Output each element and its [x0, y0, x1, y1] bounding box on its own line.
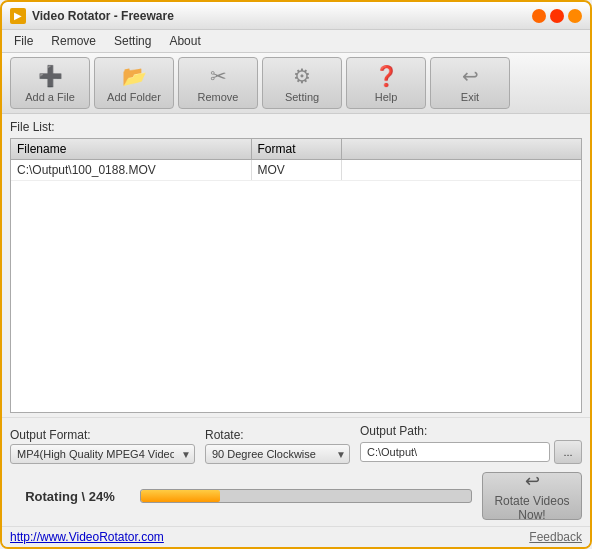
- file-table: Filename Format C:\Output\100_0188.MOV M…: [10, 138, 582, 413]
- rotate-group: Rotate: 90 Degree Clockwise 90 Degree Co…: [205, 428, 350, 464]
- add-folder-button[interactable]: 📂 Add Folder: [94, 57, 174, 109]
- browse-button[interactable]: ...: [554, 440, 582, 464]
- rotate-btn-label: Rotate Videos Now!: [483, 494, 581, 522]
- help-button[interactable]: ❓ Help: [346, 57, 426, 109]
- progress-bar-fill: [141, 490, 220, 502]
- feedback-link[interactable]: Feedback: [529, 530, 582, 544]
- setting-icon: ⚙: [293, 64, 311, 88]
- output-path-row: ...: [360, 440, 582, 464]
- add-file-label: Add a File: [25, 91, 75, 103]
- output-format-label: Output Format:: [10, 428, 195, 442]
- help-label: Help: [375, 91, 398, 103]
- cell-format: MOV: [252, 160, 342, 180]
- title-bar-buttons: [532, 9, 582, 23]
- add-folder-icon: 📂: [122, 64, 147, 88]
- remove-button[interactable]: ✂ Remove: [178, 57, 258, 109]
- minimize-button[interactable]: [532, 9, 546, 23]
- output-path-label: Output Path:: [360, 424, 582, 438]
- rotate-videos-button[interactable]: ↩ Rotate Videos Now!: [482, 472, 582, 520]
- close-button[interactable]: [568, 9, 582, 23]
- window-title: Video Rotator - Freeware: [32, 9, 174, 23]
- help-icon: ❓: [374, 64, 399, 88]
- header-extra: [342, 139, 582, 159]
- header-filename: Filename: [11, 139, 252, 159]
- setting-label: Setting: [285, 91, 319, 103]
- file-list-section: File List: Filename Format C:\Output\100…: [2, 114, 590, 417]
- exit-icon: ↩: [462, 64, 479, 88]
- output-path-group: Output Path: ...: [360, 424, 582, 464]
- file-list-label: File List:: [10, 120, 582, 134]
- maximize-button[interactable]: [550, 9, 564, 23]
- app-icon: ▶: [10, 8, 26, 24]
- menu-bar: File Remove Setting About: [2, 30, 590, 53]
- rotate-select[interactable]: 90 Degree Clockwise 90 Degree Counter Cl…: [205, 444, 350, 464]
- status-text: Rotating \ 24%: [10, 489, 130, 504]
- controls-row: Output Format: MP4(High Quality MPEG4 Vi…: [10, 424, 582, 464]
- file-table-body: C:\Output\100_0188.MOV MOV: [11, 160, 581, 407]
- cell-filename: C:\Output\100_0188.MOV: [11, 160, 252, 180]
- title-bar: ▶ Video Rotator - Freeware: [2, 2, 590, 30]
- rotate-label: Rotate:: [205, 428, 350, 442]
- add-file-button[interactable]: ➕ Add a File: [10, 57, 90, 109]
- progress-bar: [140, 489, 472, 503]
- menu-file[interactable]: File: [6, 32, 41, 50]
- file-table-header: Filename Format: [11, 139, 581, 160]
- remove-label: Remove: [198, 91, 239, 103]
- website-link[interactable]: http://www.VideoRotator.com: [10, 530, 164, 544]
- exit-label: Exit: [461, 91, 479, 103]
- output-path-input[interactable]: [360, 442, 550, 462]
- footer-bar: http://www.VideoRotator.com Feedback: [2, 526, 590, 547]
- add-file-icon: ➕: [38, 64, 63, 88]
- cell-extra: [342, 160, 582, 180]
- menu-remove[interactable]: Remove: [43, 32, 104, 50]
- output-format-group: Output Format: MP4(High Quality MPEG4 Vi…: [10, 428, 195, 464]
- remove-icon: ✂: [210, 64, 227, 88]
- table-row[interactable]: C:\Output\100_0188.MOV MOV: [11, 160, 581, 181]
- status-row: Rotating \ 24% ↩ Rotate Videos Now!: [10, 472, 582, 520]
- output-format-select-wrap: MP4(High Quality MPEG4 Video) AVI MOV WM…: [10, 444, 195, 464]
- rotate-select-wrap: 90 Degree Clockwise 90 Degree Counter Cl…: [205, 444, 350, 464]
- add-folder-label: Add Folder: [107, 91, 161, 103]
- exit-button[interactable]: ↩ Exit: [430, 57, 510, 109]
- toolbar: ➕ Add a File 📂 Add Folder ✂ Remove ⚙ Set…: [2, 53, 590, 114]
- bottom-controls: Output Format: MP4(High Quality MPEG4 Vi…: [2, 417, 590, 526]
- rotate-btn-icon: ↩: [525, 470, 540, 492]
- title-bar-left: ▶ Video Rotator - Freeware: [10, 8, 174, 24]
- output-format-select[interactable]: MP4(High Quality MPEG4 Video) AVI MOV WM…: [10, 444, 195, 464]
- main-window: ▶ Video Rotator - Freeware File Remove S…: [0, 0, 592, 549]
- menu-about[interactable]: About: [161, 32, 208, 50]
- setting-button[interactable]: ⚙ Setting: [262, 57, 342, 109]
- menu-setting[interactable]: Setting: [106, 32, 159, 50]
- header-format: Format: [252, 139, 342, 159]
